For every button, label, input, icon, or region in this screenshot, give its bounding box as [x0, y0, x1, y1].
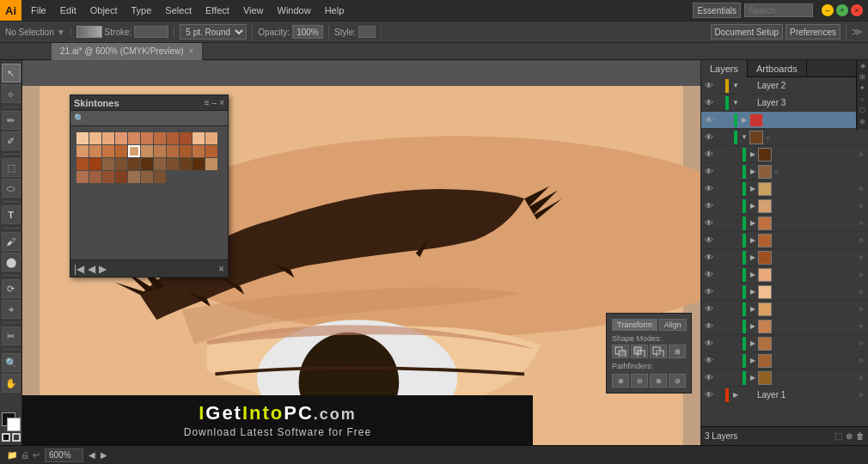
color-cell[interactable]	[205, 158, 217, 170]
color-cell[interactable]	[89, 145, 101, 157]
tool-pencil[interactable]: ✐	[2, 131, 21, 150]
rt-icon-2[interactable]: ⊞	[858, 73, 868, 83]
color-cell[interactable]	[115, 158, 127, 170]
layer-expand-icon[interactable]: ▶	[748, 253, 758, 261]
stroke-swatch[interactable]	[134, 26, 168, 38]
skintones-panel-close[interactable]: ×	[219, 98, 224, 107]
layer-visibility-icon[interactable]: 👁	[703, 356, 715, 365]
skintones-add-button[interactable]: |◀	[74, 263, 84, 275]
layer-target-icon[interactable]: ○	[856, 288, 866, 296]
color-cell[interactable]	[102, 158, 114, 170]
nav-next-button[interactable]: ▶	[101, 450, 107, 460]
color-cell[interactable]	[154, 171, 166, 183]
layer-visibility-icon[interactable]: 👁	[703, 115, 715, 125]
color-cell[interactable]	[141, 132, 153, 144]
make-sublayer-button[interactable]: ⬚	[834, 431, 842, 441]
menu-help[interactable]: Help	[319, 3, 351, 17]
layer-expand-icon[interactable]: ▼	[730, 99, 741, 107]
layer-expand-icon[interactable]: ▶	[730, 391, 741, 399]
layer-expand-icon[interactable]: ▶	[748, 305, 758, 313]
tool-scale[interactable]: ⌖	[2, 300, 21, 319]
layer-target-icon[interactable]: ○	[856, 391, 866, 399]
menu-window[interactable]: Window	[272, 3, 317, 17]
brush-select[interactable]: 5 pt. Round	[180, 24, 247, 40]
layer-target-icon[interactable]: ○	[774, 168, 779, 176]
layer-expand-icon[interactable]: ▶	[739, 116, 749, 124]
color-cell[interactable]	[154, 158, 166, 170]
color-cell[interactable]	[167, 158, 179, 170]
layer-target-icon[interactable]: ○	[856, 374, 866, 382]
color-cell[interactable]	[128, 171, 140, 183]
layer-visibility-icon[interactable]: 👁	[703, 81, 715, 90]
color-cell[interactable]	[154, 132, 166, 144]
pathfinder-intersect-pf[interactable]: ⊗	[650, 374, 667, 388]
layer-expand-icon[interactable]: ▶	[748, 185, 758, 192]
document-tab[interactable]: 21.ai* @ 600% (CMYK/Preview) ×	[52, 43, 203, 60]
zoom-input[interactable]	[45, 449, 83, 462]
toolbar-more-icon[interactable]: ≫	[852, 26, 863, 38]
status-icon-2[interactable]: 🖨	[21, 450, 29, 460]
layer-row[interactable]: 👁 ▶ ○	[701, 163, 868, 180]
layer-target-icon[interactable]: ○	[856, 219, 866, 227]
color-cell[interactable]	[89, 132, 101, 144]
tool-rectangle[interactable]: ⬚	[2, 158, 21, 177]
layer-row[interactable]: 👁 ▶ ○	[701, 146, 868, 163]
status-icon-1[interactable]: 📁	[7, 450, 17, 460]
stroke-icon[interactable]	[12, 433, 21, 442]
tab-transform[interactable]: Transform	[612, 319, 657, 331]
menu-type[interactable]: Type	[125, 3, 158, 17]
selection-dropdown-icon[interactable]: ▼	[57, 27, 65, 37]
rt-icon-5[interactable]: ⬡	[858, 107, 868, 117]
menu-file[interactable]: File	[25, 3, 52, 17]
rt-icon-3[interactable]: ✦	[858, 84, 868, 95]
color-cell[interactable]	[154, 145, 166, 157]
color-cell[interactable]	[128, 145, 140, 157]
layer-expand-icon[interactable]: ▼	[739, 133, 749, 141]
color-cell[interactable]	[141, 158, 153, 170]
menu-effect[interactable]: Effect	[199, 3, 235, 17]
canvas-area[interactable]: Skintones ≡ – × |◀ ◀ ▶ ×	[22, 60, 700, 445]
tool-ellipse[interactable]: ⬭	[2, 179, 21, 198]
layer-target-icon[interactable]: ○	[856, 339, 866, 347]
layer-visibility-icon[interactable]: 👁	[703, 270, 715, 279]
layer-row[interactable]: 👁 ▶ ○	[701, 284, 868, 301]
opacity-input[interactable]	[292, 25, 323, 39]
menu-object[interactable]: Object	[84, 3, 124, 17]
layer-visibility-icon[interactable]: 👁	[703, 167, 715, 176]
layer-visibility-icon[interactable]: 👁	[703, 253, 715, 262]
tool-paintbrush[interactable]: 🖌	[2, 232, 21, 251]
layer-target-icon[interactable]: ○	[766, 134, 770, 142]
layer-visibility-icon[interactable]: 👁	[703, 218, 715, 228]
skintones-nav-left[interactable]: ◀	[88, 263, 95, 275]
layer-row[interactable]: 👁 ▶ ○	[701, 215, 868, 232]
color-cell[interactable]	[76, 132, 89, 144]
layer-expand-icon[interactable]: ▼	[730, 82, 741, 89]
color-cell[interactable]	[102, 171, 114, 183]
layer-target-icon[interactable]: ○	[856, 253, 866, 261]
tool-pen[interactable]: ✏	[2, 111, 21, 130]
layer-row[interactable]: 👁 ▶ ○	[701, 369, 868, 387]
tool-scissors[interactable]: ✂	[2, 327, 21, 345]
layer-visibility-icon[interactable]: 👁	[703, 132, 715, 142]
color-cell[interactable]	[102, 145, 114, 157]
search-input[interactable]	[744, 3, 813, 17]
pathfinder-unite[interactable]: ⊕	[612, 374, 629, 388]
layer-target-icon[interactable]: ○	[856, 185, 866, 192]
maximize-button[interactable]: +	[836, 4, 848, 16]
color-cell[interactable]	[141, 145, 153, 157]
background-color[interactable]	[7, 418, 21, 431]
layer-row[interactable]: 👁 ▼ Layer 3 ○	[701, 95, 868, 112]
skintones-search-input[interactable]	[74, 113, 224, 123]
pathfinder-minus-front[interactable]: ⊖	[631, 374, 648, 388]
rt-icon-6[interactable]: ⊕	[858, 118, 868, 128]
tool-select[interactable]: ↖	[2, 64, 21, 82]
layer-expand-icon[interactable]: ▶	[748, 288, 758, 296]
layer-target-icon[interactable]: ○	[856, 150, 866, 158]
tab-align[interactable]: Align	[659, 319, 687, 331]
minimize-button[interactable]: –	[822, 4, 834, 16]
tool-hand[interactable]: ✋	[2, 374, 21, 393]
layer-expand-icon[interactable]: ▶	[748, 236, 758, 244]
color-cell[interactable]	[76, 145, 89, 157]
skintones-nav-right[interactable]: ▶	[99, 263, 107, 275]
layer-visibility-icon[interactable]: 👁	[703, 150, 715, 159]
